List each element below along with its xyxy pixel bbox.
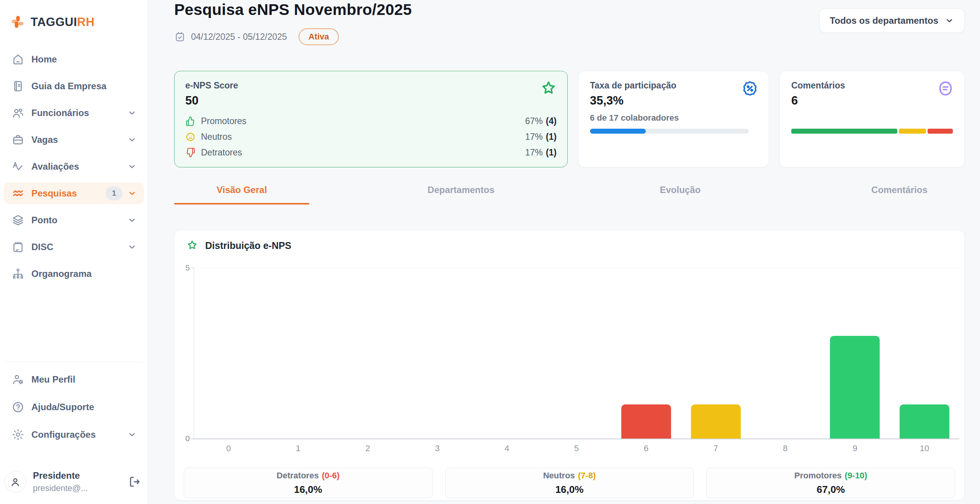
chart-title: Distribuição e-NPS (205, 240, 291, 251)
sidebar-item-meu-perfil[interactable]: Meu Perfil (4, 368, 144, 390)
sidebar-item-avaliacoes[interactable]: Avaliações (4, 155, 144, 177)
summary-value: 16,0% (555, 484, 584, 496)
sentiment-segment (899, 129, 926, 134)
book-icon (11, 80, 24, 93)
sidebar-item-label: Funcionários (31, 108, 127, 118)
summary-range: (0-6) (322, 471, 340, 480)
enps-row-count: (1) (546, 147, 557, 158)
y-axis-line (194, 268, 194, 439)
enps-row-label: Detratores (201, 147, 525, 158)
sidebar-item-vagas[interactable]: Vagas (4, 129, 144, 151)
chevron-down-icon (127, 215, 137, 225)
department-filter-dropdown[interactable]: Todos os departamentos (819, 8, 965, 33)
neutral-face-icon (185, 132, 196, 142)
summary-label: Detratores(0-6) (277, 471, 340, 481)
comments-value: 6 (791, 94, 953, 108)
enps-breakdown: Promotores 67% (4) Neutros 17% (1) Detra… (185, 116, 557, 158)
date-range: 04/12/2025 - 05/12/2025 (191, 32, 287, 42)
sidebar-item-configuracoes[interactable]: Configurações (4, 424, 144, 445)
x-axis-tick-label: 0 (194, 443, 263, 453)
participation-label: Taxa de participação (590, 80, 757, 91)
summary-value: 16,0% (294, 484, 322, 496)
sentiment-segment (928, 129, 953, 134)
sidebar-item-label: DISC (31, 242, 127, 252)
participation-progress-track (590, 129, 749, 134)
brand-logo[interactable]: TAGGUIRH (9, 14, 95, 31)
x-axis-tick-label: 3 (402, 443, 472, 453)
enps-row-neutros: Neutros 17% (1) (185, 132, 557, 142)
sidebar-item-organograma[interactable]: Organograma (4, 263, 144, 285)
sidebar: TAGGUIRH Home Guia da Empresa Funcionári… (0, 0, 148, 504)
person-icon (10, 476, 21, 488)
tab-bar: Visão Geral Departamentos Evolução Comen… (174, 178, 967, 205)
enps-score-value: 50 (185, 94, 557, 108)
participation-subtitle: 6 de 17 colaboradores (590, 113, 757, 123)
summary-label: Promotores(9-10) (794, 471, 867, 481)
tab-visao-geral[interactable]: Visão Geral (174, 178, 309, 205)
comments-label: Comentários (791, 80, 953, 91)
sidebar-item-funcionarios[interactable]: Funcionários (4, 102, 144, 124)
calendar-check-icon (174, 31, 186, 43)
tab-evolucao[interactable]: Evolução (612, 178, 748, 205)
bar-score-6 (621, 404, 671, 439)
percent-badge-icon (741, 80, 759, 97)
x-axis-tick-label: 8 (751, 443, 820, 453)
chevron-down-icon (127, 430, 137, 440)
sidebar-divider (5, 362, 143, 362)
distribution-chart-card: Distribuição e-NPS 5 0 012345678910 Detr… (174, 230, 965, 501)
comment-bubble-icon (937, 80, 954, 97)
chart-plot (194, 268, 959, 439)
y-axis-tick-0: 0 (176, 434, 190, 443)
tab-comentarios[interactable]: Comentários (832, 178, 967, 205)
sidebar-item-disc[interactable]: DISC (4, 236, 144, 258)
sidebar-item-label: Home (31, 54, 137, 65)
users-icon (11, 106, 24, 119)
sidebar-item-home[interactable]: Home (4, 48, 144, 70)
summary-neutros: Neutros(7-8) 16,0% (445, 468, 694, 498)
y-tickmark (191, 268, 194, 268)
user-gear-icon (11, 373, 24, 386)
survey-meta: 04/12/2025 - 05/12/2025 Ativa (174, 28, 339, 45)
brand-name: TAGGUIRH (31, 15, 95, 29)
x-axis-tick-label: 9 (820, 443, 890, 453)
chevron-down-icon (127, 162, 137, 172)
grade-check-icon (11, 160, 24, 173)
sidebar-item-guia-da-empresa[interactable]: Guia da Empresa (4, 75, 144, 97)
x-axis-tick-label: 10 (890, 443, 959, 453)
status-badge: Ativa (299, 28, 339, 45)
sidebar-item-label: Organograma (31, 268, 137, 279)
sidebar-item-label: Vagas (31, 134, 127, 145)
chevron-down-icon (127, 108, 137, 118)
taggui-logo-icon (9, 14, 26, 31)
x-axis-tick-label: 1 (263, 443, 333, 453)
home-icon (11, 53, 24, 66)
sidebar-item-label: Pesquisas (31, 188, 106, 199)
enps-row-count: (1) (546, 132, 557, 142)
participation-progress-fill (590, 129, 646, 134)
sidebar-item-label: Meu Perfil (31, 374, 137, 385)
page-title: Pesquisa eNPS Novembro/2025 (174, 1, 412, 19)
profile-email: presidente@... (33, 483, 128, 493)
enps-row-label: Neutros (201, 132, 525, 142)
briefcase-icon (11, 133, 24, 146)
sidebar-item-ajuda-suporte[interactable]: Ajuda/Suporte (4, 396, 144, 418)
star-icon (540, 80, 557, 97)
calendar-icon (11, 241, 24, 254)
x-axis-tick-label: 6 (611, 443, 681, 453)
sidebar-item-ponto[interactable]: Ponto (4, 209, 144, 231)
user-profile[interactable]: Presidente presidente@... (5, 465, 143, 499)
pesquisas-count-badge: 1 (106, 187, 122, 200)
enps-score-card: e-NPS Score 50 Promotores 67% (4) Neutro… (174, 71, 568, 167)
x-axis-tick-label: 5 (542, 443, 611, 453)
comments-sentiment-bar (791, 129, 953, 134)
chart-header: Distribuição e-NPS (186, 239, 291, 252)
enps-row-detratores: Detratores 17% (1) (185, 147, 557, 158)
logout-icon[interactable] (128, 475, 141, 488)
waves-icon (11, 187, 24, 200)
sidebar-item-pesquisas[interactable]: Pesquisas 1 (4, 182, 144, 204)
thumbs-down-icon (185, 147, 196, 158)
chevron-down-icon (127, 188, 137, 198)
tab-departamentos[interactable]: Departamentos (394, 178, 529, 205)
x-axis-tick-label: 4 (472, 443, 542, 453)
bar-score-10 (900, 404, 949, 439)
